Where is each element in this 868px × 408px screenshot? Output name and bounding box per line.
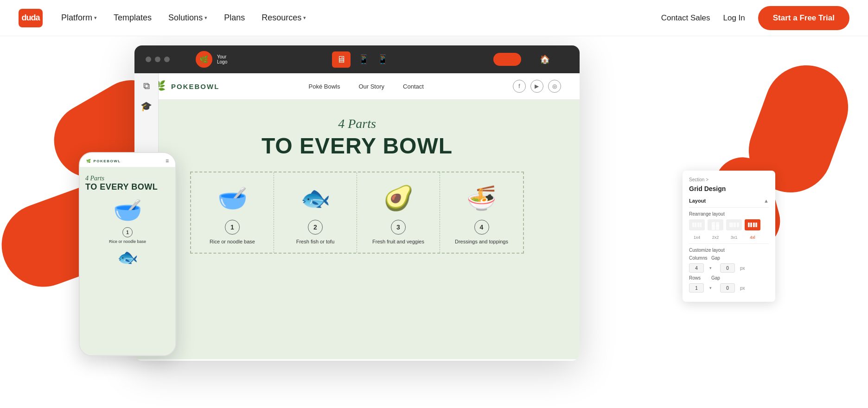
columns-row: Columns Gap (689, 255, 769, 261)
layout-options (689, 219, 769, 230)
layout-label-4xl: 4xl (745, 235, 760, 240)
dot-yellow (155, 57, 160, 62)
rows-label: Rows (689, 275, 708, 280)
panel-rearrange-label: Rearrange layout (689, 211, 769, 217)
logo-text: duda (22, 13, 40, 23)
layout-1x4[interactable] (689, 219, 705, 230)
bowl-title-main: TO EVERY BOWL (262, 133, 453, 159)
mobile-title-script: 4 Parts (85, 175, 170, 182)
nav-solutions[interactable]: Solutions ▾ (168, 13, 207, 23)
site-nav-contact[interactable]: Contact (403, 83, 424, 90)
layout-grid-icon-2x2 (712, 222, 719, 228)
bowl-number-1: 1 (225, 220, 240, 235)
layout-label-2x2: 2x2 (708, 235, 723, 240)
panel-breadcrumb: Section > (689, 177, 769, 182)
mobile-mockup: 🌿 POKEBOWL ≡ 4 Parts TO EVERY BOWL 🥣 1 R… (79, 152, 176, 356)
rows-row: Rows Gap (689, 275, 769, 280)
panel-layout-label: Layout (689, 198, 706, 204)
instagram-icon[interactable]: ◎ (548, 80, 561, 93)
bowl-content: 4 Parts TO EVERY BOWL 🥣 1 Rice or noodle… (134, 100, 580, 359)
dropdown-arrow-icon: ▾ (709, 266, 712, 270)
toolbar-logo-text: Your Logo (217, 54, 227, 64)
layout-3x1[interactable] (726, 219, 742, 230)
layout-label-3x1: 3x1 (726, 235, 742, 240)
panel-layout-section: Layout ▲ (689, 198, 769, 204)
layout-grid-icon-3x1 (729, 223, 739, 227)
bowl-emoji-4: 🍜 (466, 182, 497, 214)
nav-plans-label: Plans (224, 13, 245, 23)
desktop-device-icon[interactable]: 🖥 (332, 51, 351, 68)
site-header: 🌿 POKEBOWL Poké Bowls Our Story Contact … (134, 73, 580, 100)
nav-solutions-label: Solutions (168, 13, 203, 23)
widget-icon[interactable]: 🎓 (140, 101, 152, 112)
layout-2x2[interactable] (708, 219, 723, 230)
panel-collapse-icon[interactable]: ▲ (764, 198, 769, 204)
mobile-item-label: Rice or noodle base (85, 239, 170, 244)
bowl-label-3: Fresh fruit and veggies (372, 238, 424, 245)
mobile-menu-icon: ≡ (166, 158, 169, 164)
site-logo-text: POKEBOWL (171, 83, 219, 90)
site-nav: Poké Bowls Our Story Contact (308, 83, 423, 90)
site-nav-our-story[interactable]: Our Story (358, 83, 384, 90)
dropdown-arrow-rows-icon: ▾ (709, 286, 712, 290)
px-label-2: px (740, 286, 745, 291)
layout-label-row: 1x4 2x2 3x1 4xl (689, 235, 769, 240)
nav-resources-label: Resources (262, 13, 301, 23)
contact-sales-link[interactable]: Contact Sales (661, 13, 710, 23)
bowl-emoji-3: 🥑 (383, 182, 414, 214)
rows-input-row: ▾ px (689, 283, 769, 293)
browser-toolbar: 🌿 Your Logo 🖥 📱 📱 🏠 (177, 51, 568, 68)
tablet-device-icon[interactable]: 📱 (358, 54, 370, 65)
bowl-number-3: 3 (391, 220, 406, 235)
toolbar-logo-bottom: Logo (217, 59, 227, 64)
youtube-icon[interactable]: ▶ (530, 80, 543, 93)
bowl-item-2: 🐟 2 Fresh fish or tofu (274, 172, 357, 253)
site-nav-poke-bowls[interactable]: Poké Bowls (308, 83, 340, 90)
start-trial-button[interactable]: Start a Free Trial (758, 6, 849, 30)
nav-templates-label: Templates (114, 13, 152, 23)
bowl-title-script: 4 Parts (338, 116, 376, 131)
grid-design-panel: Section > Grid Design Layout ▲ Rearrange… (683, 171, 775, 302)
mobile-bowl-image: 🥣 (85, 197, 170, 223)
nav-templates[interactable]: Templates (114, 13, 152, 23)
home-icon[interactable]: 🏠 (540, 54, 550, 64)
bowl-number-2: 2 (308, 220, 323, 235)
bowl-item-4: 🍜 4 Dressings and toppings (440, 172, 523, 253)
layers-icon[interactable]: ⧉ (143, 81, 150, 91)
layout-grid-icon-1x4 (692, 223, 702, 227)
toolbar-logo-area: 🌿 Your Logo (196, 51, 227, 68)
panel-title: Grid Design (689, 185, 769, 192)
mobile-device-icon[interactable]: 📱 (377, 54, 389, 65)
nav-plans[interactable]: Plans (224, 13, 245, 23)
hero-section: 🌿 POKEBOWL ≡ 4 Parts TO EVERY BOWL 🥣 1 R… (0, 36, 868, 408)
toolbar-logo-circle: 🌿 (196, 51, 212, 68)
nav-resources[interactable]: Resources ▾ (262, 13, 306, 23)
nav-right: Contact Sales Log In Start a Free Trial (661, 6, 849, 30)
mobile-item-number: 1 (122, 227, 133, 237)
bowl-label-4: Dressings and toppings (455, 238, 508, 245)
toolbar-logo-top: Your (217, 54, 227, 59)
browser-mockup: 🌿 Your Logo 🖥 📱 📱 🏠 🌿 (134, 45, 580, 361)
site-logo: 🌿 POKEBOWL (153, 80, 219, 92)
dot-green (164, 57, 170, 62)
rows-input[interactable] (689, 283, 704, 293)
chevron-down-icon: ▾ (94, 15, 97, 21)
columns-input[interactable] (689, 263, 704, 273)
layout-grid-icon-4x4 (748, 223, 758, 227)
toolbar-button[interactable] (493, 53, 521, 66)
gap-input-rows[interactable] (720, 283, 735, 293)
logo-box: duda (19, 9, 43, 27)
nav-links: Platform ▾ Templates Solutions ▾ Plans R… (61, 13, 661, 23)
dot-red (146, 57, 151, 62)
gap-input-cols[interactable] (720, 263, 735, 273)
logo[interactable]: duda (19, 9, 43, 27)
facebook-icon[interactable]: f (513, 80, 526, 93)
panel-divider-2 (689, 243, 769, 244)
browser-chrome: 🌿 Your Logo 🖥 📱 📱 🏠 (134, 45, 580, 73)
gap-label-2: Gap (711, 275, 721, 280)
mobile-header: 🌿 POKEBOWL ≡ (80, 153, 175, 167)
nav-platform[interactable]: Platform ▾ (61, 13, 97, 23)
layout-4x4[interactable] (745, 219, 760, 230)
gap-label-1: Gap (711, 255, 721, 261)
login-link[interactable]: Log In (723, 13, 745, 23)
